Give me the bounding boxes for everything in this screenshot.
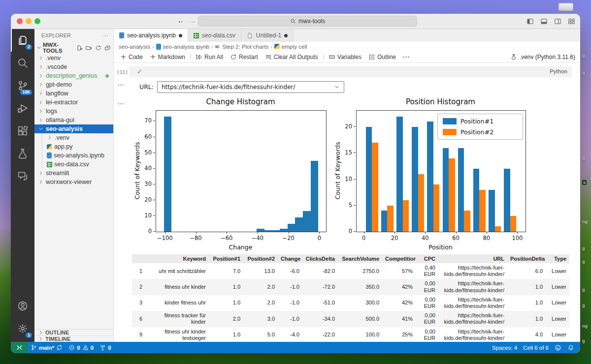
x-tick (425, 232, 426, 234)
problems-item[interactable]: 0 0 (66, 344, 97, 351)
sidebar-panel-timeline[interactable]: TIMELINE (34, 335, 113, 342)
toolbar-clear-all-outputs[interactable]: Clear All Outputs (262, 54, 322, 61)
refresh-explorer-icon[interactable] (95, 45, 101, 51)
notifications-bell-icon[interactable] (564, 344, 577, 351)
tree-item--venv[interactable]: .venv (34, 54, 113, 62)
tab-seo-analysis-ipynb[interactable]: seo-analysis.ipynb (114, 29, 188, 42)
cell-indicator-item[interactable]: Cell 6 of 6 (520, 345, 552, 351)
activity-bar-search-icon[interactable] (11, 52, 34, 74)
indentation-item[interactable]: Spaces: 4 (489, 345, 520, 351)
tree-item-seo-analysis-ipynb[interactable]: seo-analysis.ipynb (34, 151, 113, 160)
git-branch-item[interactable]: main* (28, 344, 66, 351)
toolbar-outline[interactable]: Outline (365, 54, 399, 61)
table-cell: https://technik-fuer- kids.de/fitnessuhr… (438, 263, 507, 279)
tree-item-seo-data-csv[interactable]: seo-data.csv (34, 160, 113, 169)
collapsed-cell-input[interactable]: ✓ Python (130, 66, 572, 77)
kernel-picker[interactable]: .venv (Python 3.11.6) (510, 54, 580, 61)
table-cell: 2.0 (209, 311, 243, 327)
tree-item--venv[interactable]: .venv (34, 133, 113, 142)
table-cell: Lower (546, 311, 569, 327)
cell-output-gutter-dots[interactable]: ··· (118, 83, 124, 88)
breadcrumb-item[interactable]: seo-analysis (119, 44, 150, 50)
activity-bar-run-debug-icon[interactable] (11, 97, 34, 120)
activity-bar-files-icon[interactable]: 2 (11, 29, 34, 52)
toolbar-run-all[interactable]: Run All (192, 54, 227, 61)
tree-item--vscode[interactable]: .vscode (34, 62, 113, 71)
tree-item-worxworx-viewer[interactable]: worxworx-viewer (34, 178, 113, 186)
table-cell: 1.0 (507, 279, 546, 295)
y-tick (153, 215, 155, 216)
plus-icon (150, 54, 156, 60)
customize-layout-icon[interactable] (568, 18, 575, 25)
workspace-root-row[interactable]: MWX-TOOLS (34, 42, 113, 54)
url-dropdown[interactable]: https://technik-fuer-kids.de/fitnessuhr-… (157, 81, 344, 93)
tree-item-gpt-demo[interactable]: gpt-demo (34, 80, 113, 89)
legend-swatch (443, 129, 457, 135)
table-cell: kinder fitness uhr (150, 295, 209, 311)
tree-item-description-genius[interactable]: description_genius (34, 71, 113, 80)
toolbar--[interactable]: ··· (399, 54, 414, 61)
chevron-right-icon (38, 55, 44, 61)
kernel-label: .venv (Python 3.11.6) (520, 54, 575, 61)
minimize-window-button[interactable] (26, 18, 32, 24)
histogram-bar (427, 121, 433, 232)
python-file-icon (47, 144, 52, 150)
tab-untitled-1[interactable]: Untitled-1 (241, 29, 294, 42)
dirty-indicator-dot[interactable] (284, 34, 288, 37)
tree-item-lei-extractor[interactable]: lei-extractor (34, 98, 113, 107)
toolbar-restart[interactable]: Restart (227, 54, 262, 61)
activity-bar-extensions-icon[interactable] (11, 120, 34, 142)
tree-item-langflow[interactable]: langflow (34, 89, 113, 98)
forward-icon[interactable]: → (189, 17, 196, 25)
cell-language-label[interactable]: Python (550, 68, 567, 74)
toggle-primary-sidebar-icon[interactable] (526, 18, 534, 25)
ports-item[interactable]: 0 (97, 344, 114, 351)
toolbar-variables[interactable]: Variables (325, 54, 365, 61)
new-folder-icon[interactable] (86, 45, 92, 51)
chevron-right-icon (38, 73, 44, 79)
legend-entry: Position#2 (443, 128, 518, 136)
toolbar-code[interactable]: Code (117, 54, 146, 61)
x-tick-label: 100 (506, 235, 528, 242)
table-cell: 0,00 EUR (416, 279, 438, 295)
tree-item-app-py[interactable]: app.py (34, 142, 113, 151)
branch-icon (31, 344, 37, 351)
tree-item-seo-analysis[interactable]: seo-analysis (34, 124, 113, 133)
explorer-more-actions-icon[interactable]: ··· (103, 32, 108, 38)
tree-item-logs[interactable]: logs (34, 107, 113, 116)
histogram-bar (272, 230, 280, 232)
sidebar-panel-outline[interactable]: OUTLINE (34, 329, 113, 335)
histogram-bar (295, 217, 303, 232)
close-window-button[interactable] (17, 18, 23, 24)
toolbar-markdown[interactable]: Markdown (146, 54, 189, 61)
back-icon[interactable]: ← (177, 17, 184, 25)
activity-bar-testing-icon[interactable] (11, 142, 34, 165)
markdown-icon: M↓ (215, 44, 220, 49)
activity-bar-settings-gear-icon[interactable]: 1 (11, 317, 34, 340)
toggle-panel-icon[interactable] (540, 18, 548, 25)
tree-item-ollama-gui[interactable]: ollama-gui (34, 116, 113, 124)
feedback-smiley-icon[interactable] (552, 344, 564, 351)
command-center-search[interactable]: mwx-tools (198, 16, 417, 27)
breadcrumb-item[interactable]: seo-analysis.ipynb (156, 44, 210, 50)
breadcrumb-item[interactable]: M↓Step 2: Plot charts (215, 44, 268, 50)
breadcrumb-item[interactable]: empty cell (274, 44, 307, 50)
collapse-folders-icon[interactable] (104, 45, 111, 51)
activity-bar-source-control-icon[interactable]: 10K (11, 74, 34, 97)
table-header: CPC (416, 254, 438, 263)
activity-bar-account-icon[interactable] (11, 295, 34, 317)
cell-output-gutter-dots[interactable]: ··· (118, 101, 124, 107)
tree-item-label: seo-analysis (46, 125, 83, 132)
tree-item-streamlit[interactable]: streamlit (34, 169, 113, 178)
tab-seo-data-csv[interactable]: seo-data.csv (188, 29, 241, 42)
y-tick (153, 200, 155, 200)
new-file-icon[interactable] (76, 45, 83, 51)
histogram-bar (479, 190, 486, 232)
remote-indicator[interactable] (11, 342, 28, 353)
toggle-secondary-sidebar-icon[interactable] (554, 18, 561, 25)
zoom-window-button[interactable] (34, 18, 40, 24)
activity-bar-comments-icon[interactable] (11, 165, 34, 187)
histogram-bar (164, 117, 171, 232)
toolbar-separator (190, 54, 191, 60)
dirty-indicator-dot[interactable] (179, 34, 182, 37)
